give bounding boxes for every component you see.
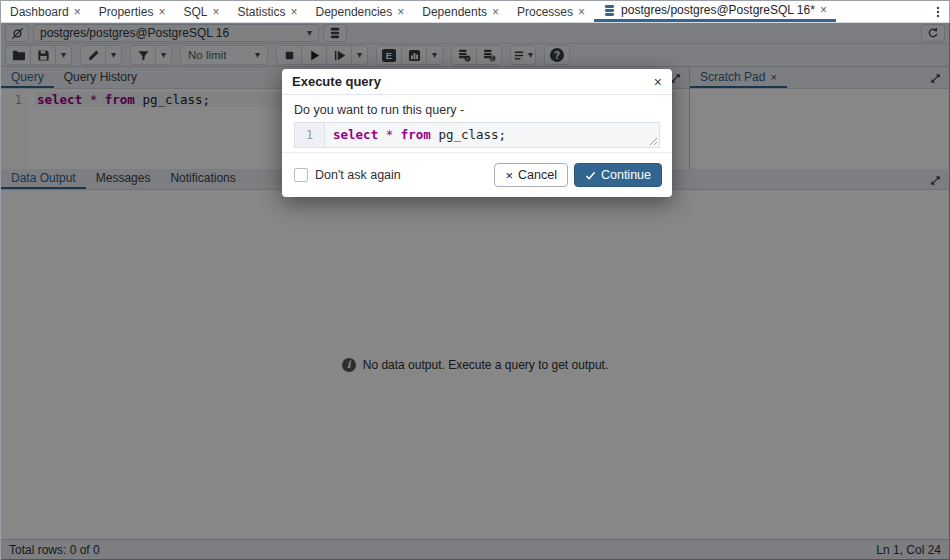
- close-icon[interactable]: ×: [654, 75, 662, 89]
- dialog-title: Execute query: [292, 74, 381, 89]
- sql-keyword: select: [333, 127, 378, 142]
- tab-properties[interactable]: Properties ×: [90, 1, 175, 22]
- tab-statistics[interactable]: Statistics ×: [228, 1, 306, 22]
- sql-identifier: pg_class;: [438, 127, 506, 142]
- tab-label: Properties: [99, 5, 154, 19]
- close-icon[interactable]: ×: [492, 6, 499, 18]
- sql-keyword: from: [401, 127, 431, 142]
- tab-label: SQL: [183, 5, 207, 19]
- dialog-query-preview[interactable]: 1 select * from pg_class;: [294, 122, 660, 148]
- tab-dependents[interactable]: Dependents ×: [413, 1, 508, 22]
- tab-dependencies[interactable]: Dependencies ×: [307, 1, 414, 22]
- tab-sql[interactable]: SQL ×: [174, 1, 228, 22]
- continue-button[interactable]: Continue: [574, 163, 662, 187]
- close-icon[interactable]: ×: [820, 4, 827, 16]
- tab-label: postgres/postgres@PostgreSQL 16*: [621, 3, 815, 17]
- tab-dashboard[interactable]: Dashboard ×: [1, 1, 90, 22]
- dont-ask-again-label: Don't ask again: [315, 168, 401, 182]
- tab-label: Statistics: [237, 5, 285, 19]
- kebab-menu-icon[interactable]: [927, 1, 949, 22]
- tab-label: Processes: [517, 5, 573, 19]
- dialog-footer: Don't ask again × Cancel Continue: [282, 152, 672, 197]
- close-icon[interactable]: ×: [578, 6, 585, 18]
- browser-tab-bar: Dashboard × Properties × SQL × Statistic…: [1, 1, 949, 23]
- close-icon[interactable]: ×: [74, 6, 81, 18]
- tab-label: Dependents: [422, 5, 487, 19]
- close-icon[interactable]: ×: [397, 6, 404, 18]
- close-icon: ×: [505, 168, 513, 183]
- cancel-button-label: Cancel: [518, 168, 557, 182]
- execute-query-dialog: Execute query × Do you want to run this …: [282, 69, 672, 197]
- tab-label: Dashboard: [10, 5, 69, 19]
- dialog-message: Do you want to run this query -: [294, 103, 660, 117]
- resize-grip-icon[interactable]: [649, 137, 658, 146]
- continue-button-label: Continue: [601, 168, 651, 182]
- close-icon[interactable]: ×: [158, 6, 165, 18]
- cancel-button[interactable]: × Cancel: [494, 163, 568, 187]
- tab-processes[interactable]: Processes ×: [508, 1, 594, 22]
- tab-label: Dependencies: [316, 5, 393, 19]
- close-icon[interactable]: ×: [291, 6, 298, 18]
- tab-query-tool-active[interactable]: postgres/postgres@PostgreSQL 16* ×: [594, 1, 836, 22]
- dont-ask-again-checkbox[interactable]: [294, 168, 308, 182]
- dialog-line-number: 1: [295, 123, 325, 147]
- tab-bar-spacer: [836, 1, 927, 22]
- check-icon: [585, 170, 596, 181]
- close-icon[interactable]: ×: [212, 6, 219, 18]
- pgadmin-query-tool-window: Dashboard × Properties × SQL × Statistic…: [0, 0, 950, 560]
- database-icon: [603, 4, 616, 17]
- dialog-header: Execute query ×: [282, 69, 672, 95]
- dialog-code-line: select * from pg_class;: [325, 123, 659, 147]
